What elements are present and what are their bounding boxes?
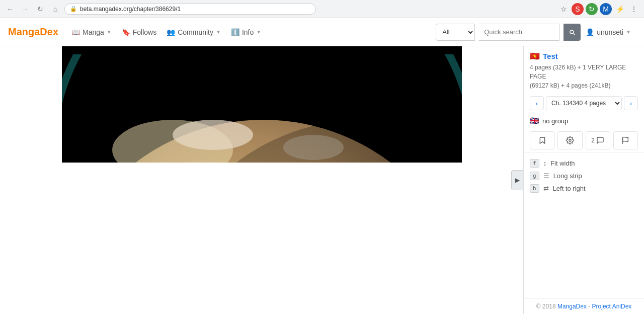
search-input[interactable]: [479, 24, 559, 41]
svg-point-14: [569, 139, 571, 141]
search-button[interactable]: [564, 24, 581, 41]
sidebar-footer: © 2018 MangaDex - Project AniDex: [524, 298, 644, 314]
navbar-item-follows[interactable]: 🔖 Follows: [117, 24, 162, 40]
navbar-community-label: Community: [178, 28, 213, 36]
fit-width-label: Fit width: [550, 160, 575, 167]
group-info: 🇬🇧 no group: [524, 113, 644, 128]
reading-option-left-to-right[interactable]: h ⇄ Left to right: [530, 182, 638, 195]
left-to-right-key: h: [530, 184, 539, 193]
browser-address-bar: 🔒 beta.mangadex.org/chapter/386629/1: [64, 4, 316, 15]
navbar-item-info[interactable]: ℹ️ Info ▼: [226, 24, 266, 40]
browser-url: beta.mangadex.org/chapter/386629/1: [80, 6, 181, 13]
browser-menu-btn[interactable]: ⋮: [628, 3, 640, 15]
long-strip-icon: ☰: [543, 172, 549, 180]
main-layout: ▶ 🇻🇳 Test 4 pages (326 kB) + 1 VERY LARG…: [0, 46, 644, 314]
sidebar: 🇻🇳 Test 4 pages (326 kB) + 1 VERY LARGE …: [523, 46, 644, 314]
chapter-select[interactable]: Ch. 134340 4 pages: [546, 96, 622, 110]
sidebar-toggle-icon: ▶: [515, 177, 520, 184]
navbar-item-manga[interactable]: 📖 Manga ▼: [66, 24, 117, 40]
reading-options: f ↕ Fit width g ☰ Long strip h ⇄ Left to…: [524, 152, 644, 199]
group-name: no group: [542, 117, 568, 125]
community-icon: 👥: [167, 28, 175, 36]
navbar-search: All Manga Group Author User: [436, 24, 581, 41]
browser-ext2-btn[interactable]: ↻: [586, 3, 598, 15]
browser-back-btn[interactable]: ←: [4, 3, 16, 15]
browser-refresh-btn[interactable]: ↻: [34, 3, 46, 15]
chapter-nav: ‹ Ch. 134340 4 pages ›: [524, 93, 644, 113]
navbar-brand[interactable]: MangaDex: [8, 26, 58, 38]
browser-ext3-btn[interactable]: M: [600, 3, 612, 15]
settings-btn[interactable]: [557, 131, 582, 149]
lock-icon: 🔒: [70, 6, 77, 12]
browser-home-btn[interactable]: ⌂: [49, 3, 61, 15]
footer-separator: -: [587, 303, 592, 310]
chapter-flag: 🇻🇳: [530, 51, 540, 61]
sidebar-meta-line1: 4 pages (326 kB) + 1 VERY LARGE PAGE: [530, 64, 626, 80]
chapter-image-svg: [62, 54, 462, 163]
browser-ext1-btn[interactable]: S: [572, 3, 584, 15]
navbar-info-label: Info: [242, 28, 254, 36]
reading-option-fit-width[interactable]: f ↕ Fit width: [530, 157, 638, 170]
chapter-image-container: [0, 46, 523, 163]
navbar-manga-label: Manga: [83, 28, 104, 36]
flag-btn[interactable]: [613, 131, 638, 149]
reading-option-long-strip[interactable]: g ☰ Long strip: [530, 170, 638, 182]
footer-mangadex-link[interactable]: MangaDex: [557, 303, 587, 310]
sidebar-meta-line2: (69127 kB) + 4 pages (241kB): [530, 82, 610, 89]
prev-chapter-btn[interactable]: ‹: [530, 96, 544, 110]
long-strip-label: Long strip: [553, 172, 582, 180]
manga-caret-icon: ▼: [107, 29, 112, 35]
browser-star-btn[interactable]: ☆: [557, 3, 570, 15]
chapter-title-link[interactable]: Test: [543, 52, 558, 60]
fit-width-key: f: [530, 159, 539, 168]
user-icon: 👤: [586, 28, 594, 36]
footer-anidex-link[interactable]: Project AniDex: [592, 303, 632, 310]
footer-copyright: © 2018: [536, 303, 557, 310]
community-caret-icon: ▼: [216, 29, 221, 35]
browser-ext4-btn[interactable]: ⚡: [614, 3, 626, 15]
navbar-item-community[interactable]: 👥 Community ▼: [162, 24, 226, 40]
svg-point-11: [173, 120, 253, 150]
search-category-select[interactable]: All Manga Group Author User: [436, 24, 475, 41]
sidebar-meta: 4 pages (326 kB) + 1 VERY LARGE PAGE (69…: [530, 63, 638, 90]
comments-count: 2: [591, 137, 595, 144]
next-chapter-btn[interactable]: ›: [624, 96, 638, 110]
navbar: MangaDex 📖 Manga ▼ 🔖 Follows 👥 Community…: [0, 18, 644, 46]
navbar-user[interactable]: 👤 ununseti ▼: [581, 24, 636, 40]
manga-icon: 📖: [71, 28, 80, 36]
user-caret-icon: ▼: [626, 29, 631, 35]
left-to-right-icon: ⇄: [543, 185, 549, 192]
long-strip-key: g: [530, 172, 539, 180]
group-flag: 🇬🇧: [530, 116, 539, 125]
sidebar-header: 🇻🇳 Test 4 pages (326 kB) + 1 VERY LARGE …: [524, 46, 644, 93]
left-to-right-label: Left to right: [553, 185, 586, 192]
bookmark-btn[interactable]: [530, 131, 554, 149]
browser-actions: ☆ S ↻ M ⚡ ⋮: [557, 3, 640, 15]
browser-chrome: ← → ↻ ⌂ 🔒 beta.mangadex.org/chapter/3866…: [0, 0, 644, 18]
chapter-image: [62, 54, 462, 163]
sidebar-toggle-btn[interactable]: ▶: [511, 170, 523, 190]
comments-btn[interactable]: 2: [586, 131, 610, 149]
info-icon: ℹ️: [231, 28, 239, 36]
browser-forward-btn[interactable]: →: [19, 3, 31, 15]
action-buttons: 2: [524, 128, 644, 152]
navbar-username: ununseti: [597, 28, 623, 36]
navbar-follows-label: Follows: [133, 28, 156, 36]
viewer-area: ▶: [0, 46, 523, 314]
chapter-top-bar: [62, 46, 462, 54]
sidebar-title: 🇻🇳 Test: [530, 51, 638, 61]
fit-width-icon: ↕: [543, 160, 547, 167]
follows-icon: 🔖: [122, 28, 130, 36]
info-caret-icon: ▼: [256, 29, 261, 35]
